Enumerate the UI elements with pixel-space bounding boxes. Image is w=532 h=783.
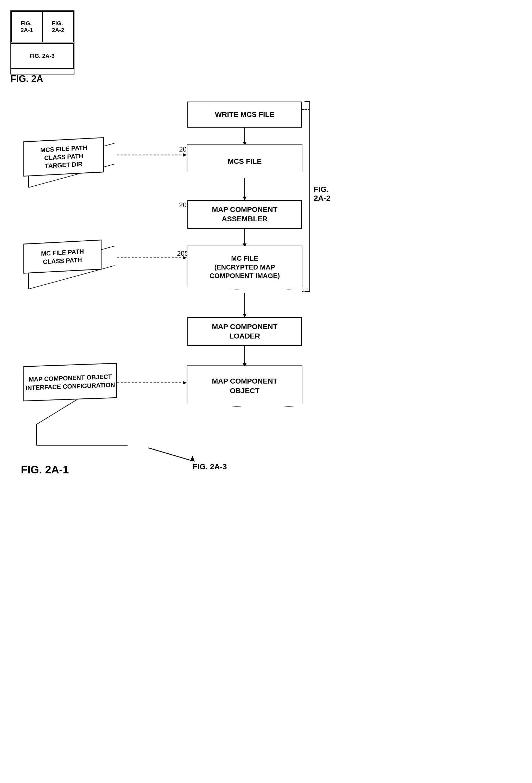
- mcs-file-box: MCS FILE: [188, 145, 302, 178]
- fig-2a3-label: FIG. 2A-3: [193, 462, 227, 471]
- map-component-obj-interface-box: MAP COMPONENT OBJECT INTERFACE CONFIGURA…: [24, 363, 117, 402]
- svg-marker-21: [191, 456, 195, 462]
- map-component-loader-box: MAP COMPONENT LOADER: [188, 317, 302, 346]
- map-component-object-box: MAP COMPONENT OBJECT: [188, 366, 302, 406]
- mc-file-path-box: MC FILE PATH CLASS PATH: [24, 240, 101, 274]
- map-component-assembler-box: MAP COMPONENT ASSEMBLER: [188, 200, 302, 229]
- fig-2a2-label: FIG.2A-2: [313, 185, 331, 202]
- ref-205: 205: [177, 249, 188, 257]
- thumb-fig2a3: FIG. 2A-3: [10, 43, 74, 69]
- svg-line-20: [148, 448, 193, 461]
- mc-file-box: MC FILE (ENCRYPTED MAP COMPONENT IMAGE): [188, 246, 302, 289]
- thumb-fig2a2: FIG.2A-2: [42, 11, 74, 42]
- write-mcs-file-box: WRITE MCS FILE: [188, 101, 302, 128]
- svg-marker-15: [183, 381, 187, 384]
- fig-2a1-label: FIG. 2A-1: [21, 464, 69, 476]
- mcs-file-path-box: MCS FILE PATH CLASS PATH TARGET DIR: [24, 137, 104, 177]
- fig-2a-label: FIG. 2A: [10, 73, 43, 84]
- thumb-fig2a1: FIG.2A-1: [11, 11, 42, 42]
- main-diagram: WRITE MCS FILE 201 MCS FILE MCS FILE PAT…: [10, 89, 521, 760]
- svg-marker-11: [183, 153, 187, 156]
